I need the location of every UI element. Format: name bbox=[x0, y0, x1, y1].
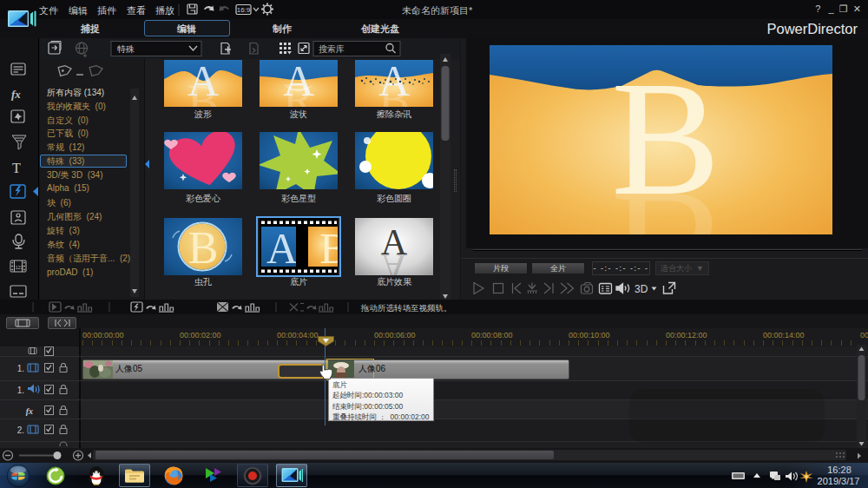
svg-text:特殊: 特殊 bbox=[117, 44, 135, 54]
svg-text:搜索库: 搜索库 bbox=[319, 44, 345, 54]
svg-text:00:00:12:00: 00:00:12:00 bbox=[666, 331, 707, 340]
svg-text:00:00:10:00: 00:00:10:00 bbox=[569, 331, 610, 340]
svg-text:00:: 00: bbox=[860, 331, 868, 340]
svg-text:00:00:00:00: 00:00:00:00 bbox=[82, 331, 124, 340]
svg-text:00:00:06:00: 00:00:06:00 bbox=[374, 331, 416, 340]
svg-text:拖动所选转场至视频轨。: 拖动所选转场至视频轨。 bbox=[360, 303, 452, 313]
svg-text:A: A bbox=[266, 224, 298, 273]
svg-text:00:00:08:00: 00:00:08:00 bbox=[471, 331, 513, 340]
svg-text:B: B bbox=[188, 223, 219, 273]
svg-text:A: A bbox=[378, 60, 410, 105]
svg-text:fx: fx bbox=[26, 406, 33, 416]
svg-text:B: B bbox=[319, 224, 338, 273]
svg-text:00:00:04:00: 00:00:04:00 bbox=[277, 331, 319, 340]
svg-text:T: T bbox=[12, 161, 21, 175]
svg-text:A: A bbox=[187, 60, 219, 105]
svg-text:2.: 2. bbox=[17, 425, 24, 435]
svg-text:B: B bbox=[611, 48, 720, 229]
svg-text:1.: 1. bbox=[17, 364, 24, 373]
svg-text:fx: fx bbox=[11, 88, 21, 101]
svg-text:A: A bbox=[283, 60, 314, 105]
svg-text:123: 123 bbox=[16, 265, 23, 270]
svg-text:00:00:02:00: 00:00:02:00 bbox=[180, 331, 221, 340]
svg-text:16:9: 16:9 bbox=[237, 6, 251, 14]
svg-text:1.: 1. bbox=[17, 386, 24, 395]
svg-text:3D: 3D bbox=[635, 283, 648, 295]
svg-text:A: A bbox=[381, 222, 408, 262]
svg-text:00:00:14:00: 00:00:14:00 bbox=[763, 331, 805, 340]
